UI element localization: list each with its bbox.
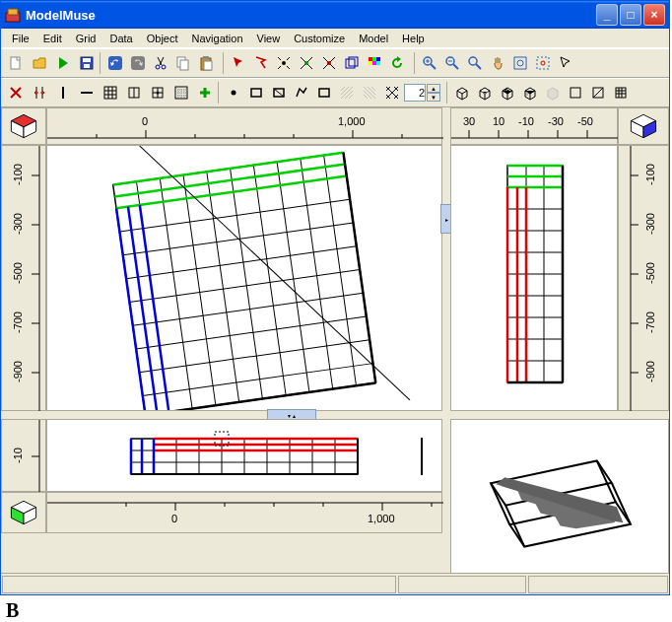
menu-edit[interactable]: Edit <box>36 31 69 46</box>
top-view[interactable] <box>46 145 442 411</box>
view3d-3-button[interactable] <box>497 82 518 104</box>
svg-line-92 <box>343 153 375 383</box>
grid-add-button[interactable] <box>100 82 121 104</box>
draw-rect-button[interactable] <box>245 82 267 104</box>
subdiv1-button[interactable] <box>123 82 145 104</box>
svg-rect-1 <box>8 9 18 15</box>
cut-button[interactable] <box>150 52 171 74</box>
zoom-out-button[interactable] <box>441 52 463 74</box>
color-grid-button[interactable] <box>364 52 385 74</box>
minimize-button[interactable]: _ <box>596 4 618 26</box>
cursor-button[interactable] <box>555 52 576 74</box>
redo-button[interactable] <box>127 52 149 74</box>
run-button[interactable] <box>52 52 74 74</box>
delete-col-button[interactable] <box>5 82 27 104</box>
vertex-insert-button[interactable] <box>296 52 317 74</box>
svg-point-38 <box>232 91 236 96</box>
hsplitter[interactable]: ▾ ▴ <box>1 411 669 419</box>
ruler-top-side-n50: -50 <box>577 115 593 127</box>
menu-data[interactable]: Data <box>102 31 139 46</box>
svg-rect-4 <box>83 58 91 62</box>
svg-rect-42 <box>571 88 580 98</box>
ruler-bottom-1000: 1,000 <box>368 513 395 524</box>
subdiv2-button[interactable] <box>147 82 168 104</box>
hatch3-button[interactable] <box>381 82 403 104</box>
hatch1-button[interactable] <box>336 82 358 104</box>
ruler-left-bottom-n10: -10 <box>12 448 24 463</box>
svg-rect-20 <box>369 57 372 61</box>
view3d-5-button[interactable] <box>542 82 564 104</box>
svg-point-32 <box>541 61 545 65</box>
svg-rect-44 <box>616 88 626 98</box>
paste-button[interactable] <box>195 52 217 74</box>
single-col-button[interactable] <box>52 82 74 104</box>
view3d-1-button[interactable] <box>451 82 473 104</box>
draw-poly-button[interactable] <box>291 82 312 104</box>
menu-help[interactable]: Help <box>395 31 432 46</box>
move-col-button[interactable] <box>29 82 50 104</box>
svg-rect-31 <box>537 57 549 69</box>
menu-navigation[interactable]: Navigation <box>185 31 250 46</box>
ruler-top-side-30: 30 <box>463 115 475 127</box>
copy-button[interactable] <box>172 52 194 74</box>
ruler-left-n100: -100 <box>12 164 24 185</box>
cube-bottom-left[interactable] <box>1 492 46 533</box>
lasso-button[interactable] <box>250 52 272 74</box>
open-button[interactable] <box>29 52 50 74</box>
draw-rect3-button[interactable] <box>313 82 335 104</box>
cube-top-left[interactable] <box>1 107 46 145</box>
line-button[interactable] <box>76 82 98 104</box>
vsplitter-top[interactable]: ▸ <box>442 145 450 411</box>
ruler-top-tick-0: 0 <box>142 115 148 127</box>
view3d-7-button[interactable] <box>587 82 609 104</box>
view3d-4-button[interactable] <box>519 82 541 104</box>
layer-spinner[interactable]: ▲▼ <box>427 84 440 102</box>
vsplitter-bottom[interactable] <box>442 419 450 592</box>
status-cell-3 <box>528 576 668 593</box>
close-button[interactable]: × <box>643 4 665 26</box>
zoom-button[interactable] <box>464 52 486 74</box>
draw-rect2-button[interactable] <box>268 82 290 104</box>
grid2-button[interactable] <box>170 82 192 104</box>
zoom-extent-button[interactable] <box>509 52 531 74</box>
ruler-right-n100: -100 <box>644 164 656 185</box>
side-view[interactable] <box>450 145 618 411</box>
menu-model[interactable]: Model <box>352 31 395 46</box>
view3d-2-button[interactable] <box>474 82 496 104</box>
menu-grid[interactable]: Grid <box>69 31 103 46</box>
ruler-left-n300: -300 <box>12 213 24 235</box>
3d-view[interactable] <box>450 419 669 592</box>
undo-button[interactable] <box>104 52 126 74</box>
new-button[interactable] <box>5 52 27 74</box>
cube-top-right[interactable] <box>618 107 669 145</box>
maximize-button[interactable]: □ <box>620 4 641 26</box>
view3d-6-button[interactable] <box>565 82 586 104</box>
toolbar-2: ▲▼ <box>1 78 669 107</box>
zoom-window-button[interactable] <box>532 52 554 74</box>
refresh-button[interactable] <box>386 52 408 74</box>
shape-tool-button[interactable] <box>341 52 363 74</box>
save-button[interactable] <box>76 52 98 74</box>
svg-rect-18 <box>346 59 355 68</box>
menu-file[interactable]: File <box>5 31 36 46</box>
select-arrow-button[interactable] <box>228 52 249 74</box>
ruler-top-side: 30 10 -10 -30 -50 <box>450 107 618 145</box>
menu-customize[interactable]: Customize <box>287 31 352 46</box>
svg-line-89 <box>140 205 169 411</box>
menu-object[interactable]: Object <box>140 31 185 46</box>
toolbar-1 <box>1 48 669 78</box>
front-view[interactable] <box>46 419 442 492</box>
zoom-in-button[interactable] <box>419 52 440 74</box>
ruler-left-n900: -900 <box>12 361 24 382</box>
layer-input[interactable] <box>404 84 426 102</box>
draw-point-button[interactable] <box>223 82 244 104</box>
ruler-bottom-0: 0 <box>171 513 177 524</box>
view3d-8-button[interactable] <box>610 82 632 104</box>
svg-rect-21 <box>372 57 376 61</box>
pan-button[interactable] <box>487 52 508 74</box>
point-button[interactable] <box>273 52 295 74</box>
vertex-delete-button[interactable] <box>318 52 340 74</box>
menu-view[interactable]: View <box>250 31 288 46</box>
plus-button[interactable] <box>194 82 216 104</box>
hatch2-button[interactable] <box>359 82 380 104</box>
